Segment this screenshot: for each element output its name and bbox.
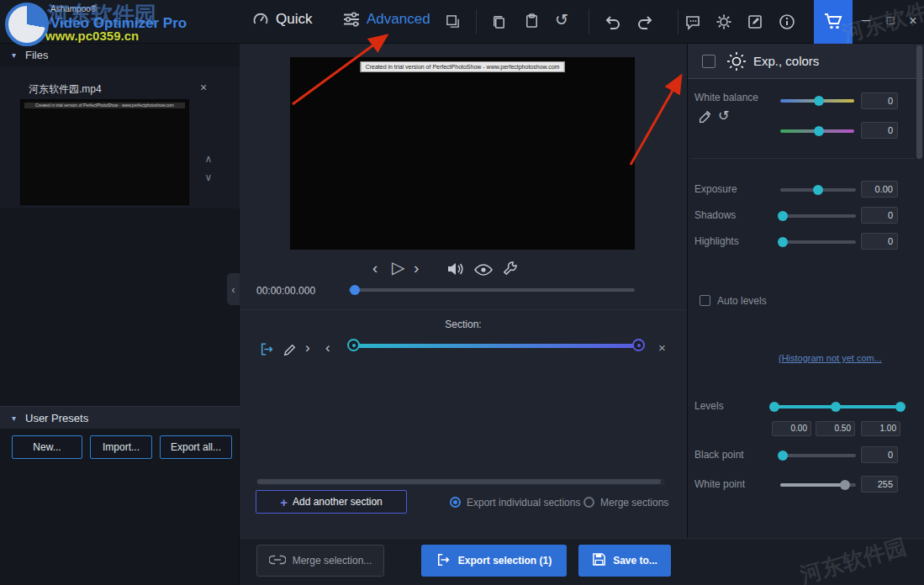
remove-file-button[interactable]: × bbox=[200, 81, 207, 94]
wb-temperature-handle[interactable] bbox=[814, 96, 824, 106]
eyedropper-icon[interactable] bbox=[698, 111, 711, 127]
timecode-display: 00:00:00.000 bbox=[256, 285, 315, 297]
window-maximize-button[interactable]: □ bbox=[882, 13, 899, 27]
shadows-value[interactable]: 0 bbox=[861, 207, 898, 224]
trial-watermark-text: Created in trial version of PerfectPhoto… bbox=[361, 61, 565, 72]
link-icon bbox=[269, 555, 286, 567]
files-sidebar: ▾ Files 河东软件园.mp4 × Created in trial ver… bbox=[0, 44, 240, 585]
remove-section-button[interactable]: × bbox=[658, 340, 666, 355]
sections-scrollbar[interactable] bbox=[256, 478, 665, 485]
black-point-slider[interactable] bbox=[780, 454, 856, 457]
exposure-handle[interactable] bbox=[813, 185, 823, 195]
black-point-handle[interactable] bbox=[778, 451, 788, 461]
shop-cart-button[interactable] bbox=[814, 0, 853, 44]
wb-temperature-value[interactable]: 0 bbox=[861, 92, 898, 109]
preset-import-button[interactable]: Import... bbox=[90, 435, 152, 459]
wb-reset-icon[interactable]: ↺ bbox=[718, 109, 729, 123]
levels-white-handle[interactable] bbox=[895, 402, 906, 412]
video-preview[interactable]: Created in trial version of PerfectPhoto… bbox=[290, 57, 635, 250]
video-thumbnail[interactable]: Created in trial version of PerfectPhoto… bbox=[20, 99, 189, 205]
levels-low-value[interactable]: 0.00 bbox=[772, 421, 811, 436]
user-presets-label: User Presets bbox=[25, 412, 88, 424]
highlights-handle[interactable] bbox=[778, 237, 788, 247]
paste-button[interactable] bbox=[524, 13, 540, 29]
settings-gear-button[interactable] bbox=[715, 13, 732, 30]
user-presets-header[interactable]: ▾ User Presets bbox=[0, 406, 240, 429]
panel-enable-checkbox[interactable] bbox=[702, 55, 715, 68]
panel-scrollbar-thumb[interactable] bbox=[916, 45, 922, 159]
exposure-value[interactable]: 0.00 bbox=[861, 181, 898, 198]
playhead-slider[interactable] bbox=[349, 288, 635, 292]
section-export-icon[interactable] bbox=[260, 342, 275, 359]
shadows-handle[interactable] bbox=[778, 211, 788, 221]
sections-scrollbar-thumb[interactable] bbox=[257, 479, 661, 484]
white-point-slider[interactable] bbox=[780, 483, 856, 487]
play-button[interactable]: ▷ bbox=[392, 257, 404, 277]
divider bbox=[691, 158, 915, 159]
tools-wrench-icon[interactable] bbox=[502, 261, 518, 279]
info-button[interactable] bbox=[779, 13, 795, 30]
wb-tint-value[interactable]: 0 bbox=[861, 122, 898, 139]
copy-button[interactable] bbox=[491, 13, 507, 29]
section-jump-start-button[interactable]: ‹ bbox=[325, 340, 330, 356]
file-list-item[interactable]: 河东软件园.mp4 × Created in trial version of … bbox=[0, 67, 240, 208]
merge-selection-button[interactable]: Merge selection... bbox=[256, 545, 384, 577]
window-minimize-button[interactable]: ─ bbox=[858, 13, 874, 27]
histogram-link[interactable]: (Histogram not yet com... bbox=[779, 353, 882, 363]
plus-icon: + bbox=[280, 495, 288, 509]
auto-levels-checkbox[interactable] bbox=[700, 295, 710, 306]
window-close-button[interactable]: × bbox=[905, 13, 921, 29]
white-balance-label: White balance bbox=[694, 92, 758, 103]
feedback-chat-button[interactable] bbox=[684, 13, 701, 30]
white-point-fill bbox=[780, 483, 845, 487]
section-jump-end-button[interactable]: › bbox=[305, 340, 310, 356]
reset-button[interactable]: ↺ bbox=[555, 12, 568, 28]
highlights-slider[interactable] bbox=[780, 240, 856, 244]
levels-slider[interactable] bbox=[772, 405, 903, 408]
exposure-slider[interactable] bbox=[780, 188, 856, 192]
toolbar-separator bbox=[589, 9, 589, 34]
tab-quick[interactable]: Quick bbox=[252, 11, 312, 28]
next-frame-button[interactable]: › bbox=[414, 259, 419, 277]
redo-button[interactable] bbox=[636, 14, 654, 29]
volume-icon[interactable] bbox=[446, 261, 464, 279]
move-file-down-button[interactable]: ∨ bbox=[202, 171, 215, 183]
merge-sections-radio[interactable] bbox=[583, 497, 594, 508]
undo-button[interactable] bbox=[604, 14, 622, 29]
wb-tint-handle[interactable] bbox=[814, 126, 824, 136]
preview-eye-icon[interactable] bbox=[473, 263, 494, 279]
move-file-up-button[interactable]: ∧ bbox=[202, 153, 215, 165]
files-section-header[interactable]: ▾ Files bbox=[0, 44, 240, 67]
section-range-slider[interactable] bbox=[347, 337, 645, 354]
export-selection-button[interactable]: Export selection (1) bbox=[421, 545, 567, 577]
panel-header: Exp., colors bbox=[688, 44, 924, 79]
tab-advanced[interactable]: Advanced bbox=[343, 11, 430, 28]
preset-export-all-button[interactable]: Export all... bbox=[160, 435, 232, 459]
playhead-handle[interactable] bbox=[350, 285, 360, 295]
shadows-slider[interactable] bbox=[780, 214, 856, 218]
levels-label: Levels bbox=[694, 400, 724, 412]
export-individual-radio[interactable] bbox=[450, 497, 461, 508]
save-to-button[interactable]: Save to... bbox=[578, 545, 671, 577]
section-label: Section: bbox=[240, 319, 687, 330]
levels-mid-value[interactable]: 0.50 bbox=[816, 421, 855, 436]
wb-temperature-slider[interactable] bbox=[780, 99, 854, 103]
black-point-value[interactable]: 0 bbox=[861, 446, 898, 463]
panel-layout-icon[interactable] bbox=[446, 14, 460, 29]
sidebar-collapse-handle[interactable]: ‹ bbox=[227, 273, 240, 305]
section-edit-pencil-icon[interactable] bbox=[283, 343, 297, 359]
levels-high-value[interactable]: 1.00 bbox=[861, 421, 900, 436]
add-section-button[interactable]: + Add another section bbox=[256, 490, 407, 514]
white-point-handle[interactable] bbox=[840, 480, 850, 490]
levels-black-handle[interactable] bbox=[769, 402, 779, 412]
preset-new-button[interactable]: New... bbox=[12, 435, 82, 459]
white-point-value[interactable]: 255 bbox=[861, 476, 898, 493]
levels-mid-handle[interactable] bbox=[831, 402, 841, 412]
notes-edit-button[interactable] bbox=[747, 13, 763, 30]
highlights-value[interactable]: 0 bbox=[861, 233, 898, 250]
section-end-handle[interactable] bbox=[632, 339, 645, 351]
section-start-handle[interactable] bbox=[347, 339, 360, 351]
highlights-label: Highlights bbox=[694, 235, 739, 247]
previous-frame-button[interactable]: ‹ bbox=[372, 259, 378, 277]
wb-tint-slider[interactable] bbox=[780, 129, 854, 133]
